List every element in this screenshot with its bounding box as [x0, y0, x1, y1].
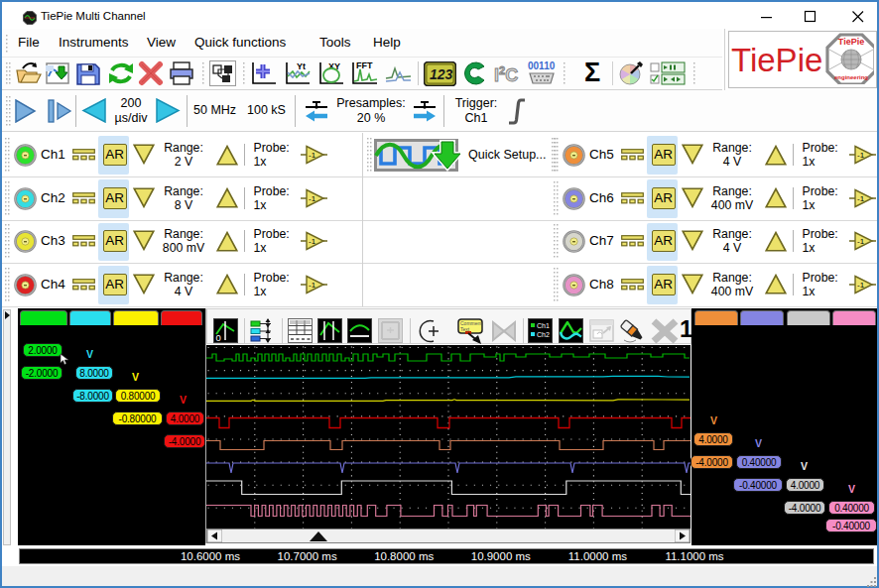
svg-text:-1: -1: [309, 237, 316, 246]
svg-text:123: 123: [430, 66, 453, 82]
svg-text:Ch1: Ch1: [537, 322, 550, 329]
svg-text:Yt: Yt: [297, 61, 306, 71]
svg-text:engineering: engineering: [834, 74, 868, 80]
svg-text:-1: -1: [857, 237, 865, 246]
svg-text:00110: 00110: [528, 60, 556, 71]
svg-text:-1: -1: [309, 281, 316, 290]
svg-text:-1: -1: [857, 281, 865, 290]
svg-text:I2C: I2C: [494, 64, 518, 85]
svg-text:-1: -1: [857, 194, 865, 203]
svg-text:XY: XY: [328, 61, 340, 71]
svg-text:-1: -1: [309, 151, 316, 160]
svg-text:Ch2: Ch2: [537, 331, 550, 338]
svg-text:TiePie: TiePie: [838, 37, 864, 47]
svg-text:-1: -1: [309, 194, 316, 203]
svg-text:-1: -1: [857, 151, 865, 160]
svg-text:0: 0: [216, 332, 221, 343]
svg-text:FFT: FFT: [356, 60, 373, 70]
